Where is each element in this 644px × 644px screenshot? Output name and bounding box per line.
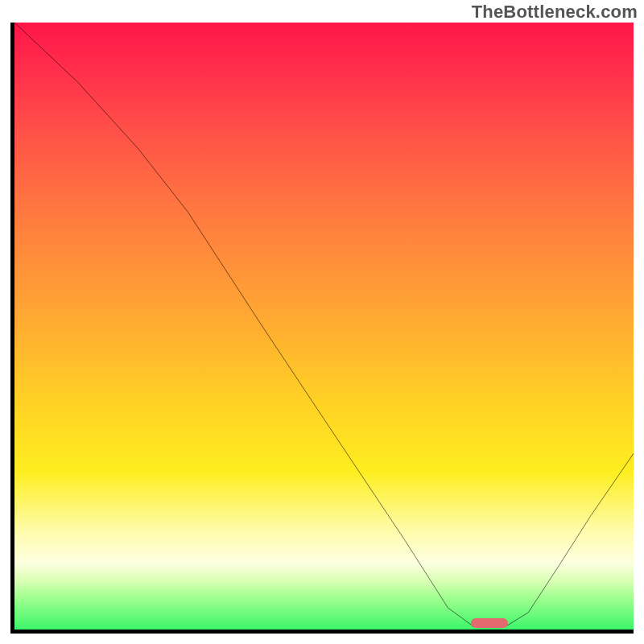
bottleneck-curve	[14, 23, 634, 630]
optimal-range-marker	[471, 618, 508, 628]
chart-canvas: TheBottleneck.com	[0, 0, 644, 644]
watermark-text: TheBottleneck.com	[472, 2, 638, 23]
plot-area	[10, 23, 634, 634]
